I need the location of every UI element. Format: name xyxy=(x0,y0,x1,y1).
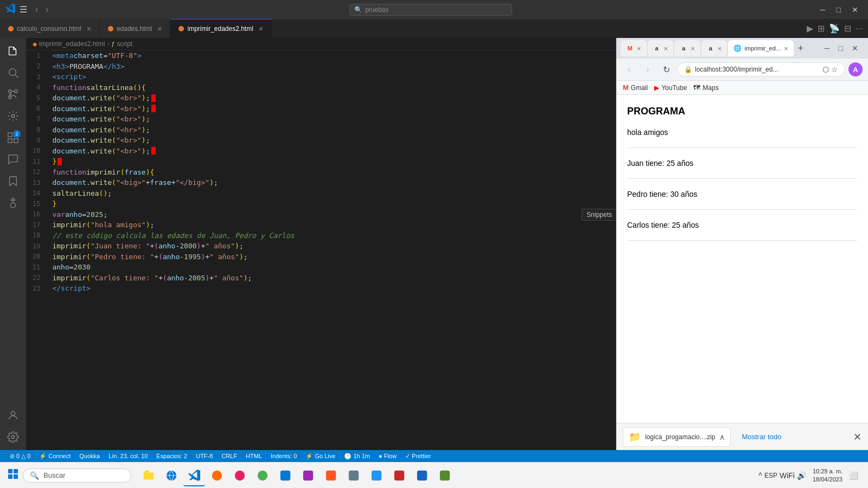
code-line[interactable]: saltarLinea(); xyxy=(52,188,616,199)
browser-tab-gmail[interactable]: M × xyxy=(621,40,647,56)
start-button[interactable] xyxy=(5,466,21,485)
code-line[interactable]: anho = 2030 xyxy=(52,262,616,273)
status-language[interactable]: HTML xyxy=(241,453,266,459)
tab-imprimir[interactable]: imprimir_edades2.html × xyxy=(170,19,272,38)
wifi-icon[interactable]: WiFi xyxy=(780,471,795,480)
more-icon[interactable]: ··· xyxy=(856,24,863,34)
tab-close-icon[interactable]: × xyxy=(691,44,695,53)
taskbar-app-7[interactable] xyxy=(343,465,365,486)
code-line[interactable]: imprimir("hola amigos"); xyxy=(52,220,616,230)
window-minimize[interactable]: ─ xyxy=(821,44,833,53)
forward-button[interactable]: › xyxy=(640,62,655,77)
status-connect[interactable]: ⚡ Connect xyxy=(35,453,75,460)
taskbar-app-9[interactable] xyxy=(388,465,410,486)
back-button[interactable]: ‹ xyxy=(622,62,637,77)
taskbar-app-4[interactable] xyxy=(275,465,296,486)
activity-git[interactable] xyxy=(4,86,22,103)
code-line[interactable]: document.write("<br>"); xyxy=(52,104,616,114)
code-line[interactable]: function saltarLinea() { xyxy=(52,82,616,93)
tab-close-icon[interactable]: × xyxy=(637,44,641,53)
activity-debug[interactable] xyxy=(4,107,22,125)
code-line[interactable]: <script> xyxy=(52,72,616,82)
reload-button[interactable]: ↻ xyxy=(659,62,674,77)
code-line[interactable]: document.write("<big>" + frase + "</big>… xyxy=(52,177,616,188)
taskbar-search[interactable]: 🔍 Buscar xyxy=(23,468,131,483)
command-search[interactable]: 🔍 pruebas xyxy=(349,4,512,16)
volume-icon[interactable]: 🔊 xyxy=(797,471,806,480)
code-line[interactable]: document.write("<hr>"); xyxy=(52,125,616,136)
browser-tab-localhost[interactable]: 🌐 imprimir_ed... × xyxy=(728,40,793,56)
show-all-button[interactable]: Mostrar todo xyxy=(742,433,781,441)
activity-chat[interactable] xyxy=(4,151,22,168)
nav-forward-button[interactable]: › xyxy=(43,4,51,16)
layout-icon[interactable]: ⊟ xyxy=(844,23,851,34)
tray-icon-1[interactable]: ^ xyxy=(758,471,762,480)
chevron-icon[interactable]: ∧ xyxy=(719,433,725,441)
tab-close-icon[interactable]: × xyxy=(718,44,722,53)
taskbar-app-11[interactable] xyxy=(434,465,456,486)
code-line[interactable]: imprimir("Pedro tiene: " + (anho-1995) +… xyxy=(52,252,616,262)
tab-close[interactable]: × xyxy=(259,24,263,33)
taskbar-app-2[interactable] xyxy=(229,465,251,486)
activity-settings[interactable] xyxy=(4,428,22,446)
url-bar[interactable]: 🔒 localhost:3000/imprimir_ed... ⬡ ☆ xyxy=(677,62,845,76)
status-flow[interactable]: ● Flow xyxy=(374,453,401,459)
code-line[interactable]: } xyxy=(52,198,616,209)
taskbar-app-3[interactable] xyxy=(252,465,273,486)
code-line[interactable]: var anho = 2025; xyxy=(52,209,616,220)
status-golive[interactable]: ⚡ Go Live xyxy=(301,453,340,460)
bookmark-gmail[interactable]: M Gmail xyxy=(623,84,648,92)
broadcast-icon[interactable]: 📡 xyxy=(829,23,840,34)
run-icon[interactable]: ▶ xyxy=(807,23,813,34)
taskbar-vscode[interactable] xyxy=(183,465,205,486)
status-spaces[interactable]: Espacios: 2 xyxy=(152,453,192,459)
code-line[interactable]: document.write("<br>"); xyxy=(52,93,616,104)
window-restore[interactable]: □ xyxy=(835,44,846,53)
code-line[interactable]: // este código calcula las edades de Jua… xyxy=(52,230,616,241)
status-quokka[interactable]: Quokka xyxy=(75,453,104,459)
browser-tab-a1[interactable]: a × xyxy=(648,40,674,56)
code-line[interactable]: <meta charset="UTF-8"> xyxy=(52,50,616,61)
activity-search[interactable] xyxy=(4,64,22,81)
status-encoding[interactable]: UTF-8 xyxy=(192,453,217,459)
code-line[interactable]: function imprimir(frase) { xyxy=(52,167,616,178)
taskbar-app-6[interactable] xyxy=(320,465,342,486)
tab-close[interactable]: × xyxy=(87,24,91,33)
download-bar-close[interactable]: ✕ xyxy=(853,431,861,443)
code-line[interactable]: document.write("<br>"); xyxy=(52,114,616,125)
code-lines[interactable]: <meta charset="UTF-8"><h3>PROGRAMA</h3><… xyxy=(47,50,616,450)
taskbar-browser[interactable] xyxy=(161,465,182,486)
activity-accounts[interactable] xyxy=(4,407,22,424)
activity-tree[interactable] xyxy=(4,194,22,211)
bookmark-youtube[interactable]: ▶ YouTube xyxy=(654,84,687,92)
browser-tab-a3[interactable]: a × xyxy=(701,40,727,56)
browser-tab-a2[interactable]: a × xyxy=(674,40,700,56)
download-item[interactable]: 📁 logica_progamacio....zip ∧ xyxy=(623,427,731,447)
code-editor[interactable]: 1234567891011121314151617181920212223 <m… xyxy=(26,50,616,450)
code-line[interactable]: imprimir("Juan tiene: " + (anho-2000) + … xyxy=(52,241,616,252)
code-line[interactable]: </script> xyxy=(52,283,616,294)
status-position[interactable]: Lín. 23, col. 10 xyxy=(104,453,152,459)
maximize-button[interactable]: □ xyxy=(832,3,845,16)
taskbar-app-1[interactable] xyxy=(206,465,228,486)
status-prettier[interactable]: ✓ Prettier xyxy=(401,453,436,460)
taskbar-app-10[interactable] xyxy=(411,465,433,486)
taskbar-app-8[interactable] xyxy=(366,465,387,486)
share-icon[interactable]: ⬡ xyxy=(822,65,829,74)
new-tab-button[interactable]: + xyxy=(795,43,807,54)
activity-files[interactable] xyxy=(4,42,22,60)
nav-back-button[interactable]: ‹ xyxy=(33,4,41,16)
taskbar-app-5[interactable] xyxy=(297,465,319,486)
code-line[interactable]: document.write("<br>"); xyxy=(52,135,616,146)
code-line[interactable]: <h3>PROGRAMA</h3> xyxy=(52,61,616,72)
code-line[interactable]: } xyxy=(52,156,616,167)
tab-edades[interactable]: edades.html × xyxy=(100,19,171,38)
close-button[interactable]: ✕ xyxy=(847,3,863,16)
status-line-ending[interactable]: CRLF xyxy=(217,453,241,459)
split-icon[interactable]: ⊞ xyxy=(818,23,825,34)
tab-close[interactable]: × xyxy=(157,24,162,33)
bookmark-icon[interactable]: ☆ xyxy=(831,65,838,74)
tab-close-icon[interactable]: × xyxy=(784,44,788,53)
hamburger-icon[interactable]: ☰ xyxy=(20,4,27,15)
code-line[interactable]: imprimir("Carlos tiene: " + (anho-2005) … xyxy=(52,273,616,284)
